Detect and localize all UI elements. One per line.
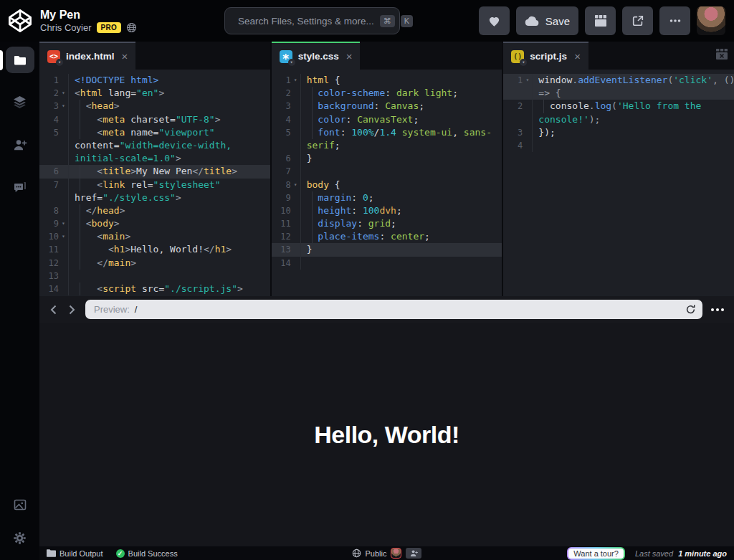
code-row[interactable]: 6 <title>My New Pen</title> (39, 165, 270, 178)
code-row[interactable]: initial-scale=1.0"> (39, 152, 270, 165)
layout-icon (594, 14, 607, 27)
preview-back-button[interactable] (45, 301, 61, 318)
line-number: 13 (272, 243, 291, 256)
code-row[interactable]: 1▾html { (272, 74, 502, 87)
code-row[interactable]: 4 (503, 139, 734, 152)
preview-options-button[interactable] (708, 308, 727, 311)
code-row[interactable]: 6} (272, 152, 502, 165)
code-row[interactable]: 2▾<html lang="en"> (39, 87, 270, 100)
code-token: font (318, 127, 340, 138)
visibility-label[interactable]: Public (366, 549, 387, 558)
code-row[interactable]: 14 (272, 257, 502, 270)
code-area-css[interactable]: 1▾html {2 color-scheme: dark light;3 bac… (272, 70, 502, 296)
code-row[interactable]: 12 </main> (39, 257, 270, 270)
code-row[interactable]: 10▾ <main> (39, 230, 270, 243)
like-button[interactable] (479, 6, 510, 35)
code-token (75, 244, 108, 255)
fold-arrow-icon[interactable]: ▾ (59, 87, 68, 100)
code-row[interactable]: 5 <meta name="viewport" (39, 126, 270, 139)
sidebar-item-add-collaborator[interactable] (6, 131, 34, 158)
code-row[interactable]: 4 <meta charset="UTF-8"> (39, 113, 270, 126)
close-tab-icon[interactable]: × (574, 50, 581, 62)
tour-button[interactable]: Want a tour? (567, 547, 625, 560)
line-number: 2 (503, 100, 523, 113)
preview-forward-button[interactable] (64, 301, 80, 318)
code-row[interactable]: 8 </head> (39, 204, 270, 217)
code-row[interactable]: 8▾body { (272, 179, 502, 191)
codepen-logo-icon[interactable] (9, 9, 32, 32)
code-row[interactable]: 9▾ <body> (39, 217, 270, 230)
code-row[interactable]: 10 height: 100dvh; (272, 204, 502, 217)
code-row[interactable]: 11 <h1>Hello, World!</h1> (39, 243, 270, 256)
code-area-html[interactable]: 1<!DOCTYPE html>2▾<html lang="en">3▾ <he… (39, 70, 270, 296)
code-row[interactable]: 2 console.log('Hello from the (503, 100, 734, 113)
close-tab-icon[interactable]: × (346, 50, 353, 62)
presence-button[interactable] (406, 548, 421, 559)
code-row[interactable]: console!'); (503, 113, 734, 126)
collaborator-avatar[interactable] (391, 548, 401, 559)
close-panels-icon[interactable] (716, 49, 728, 62)
sidebar-item-files[interactable] (6, 47, 34, 73)
code-row[interactable]: 1▾window.addEventListener('click', () (503, 74, 734, 87)
code-token: href= (75, 192, 103, 203)
code-row[interactable]: => { (503, 87, 734, 100)
fold-arrow-icon[interactable]: ▾ (523, 74, 532, 87)
code-area-js[interactable]: 1▾window.addEventListener('click', ()=> … (503, 70, 734, 296)
tab-script-js[interactable]: ()▾ script.js × (503, 42, 588, 70)
code-row[interactable]: serif; (272, 139, 502, 152)
pen-author[interactable]: Chris Coyier (40, 22, 92, 33)
code-row[interactable]: 14 <script src="./script.js"> (39, 283, 270, 295)
code-token: > (114, 218, 120, 229)
line-number: 6 (272, 152, 291, 165)
code-token: > (130, 257, 136, 268)
build-output-button[interactable]: Build Output (47, 549, 103, 558)
code-token: . (572, 75, 578, 85)
sidebar-item-assets[interactable] (6, 491, 34, 518)
code-row[interactable]: 12 place-items: center; (272, 230, 502, 243)
line-number: 8 (39, 204, 59, 217)
js-file-icon: ()▾ (511, 50, 524, 63)
code-row[interactable]: 11 display: grid; (272, 217, 502, 230)
code-row[interactable]: href="./style.css"> (39, 191, 270, 204)
code-row[interactable]: 13 (39, 270, 270, 283)
close-tab-icon[interactable]: × (122, 50, 128, 62)
code-row[interactable]: 3 background: Canvas; (272, 100, 502, 113)
code-token: > (158, 87, 164, 98)
build-status[interactable]: ✓ Build Success (116, 549, 178, 558)
fold-arrow-icon[interactable]: ▾ (291, 179, 300, 191)
code-row[interactable]: 4 color: CanvasText; (272, 113, 502, 126)
search-input[interactable]: Search Files, Settings & more... ⌘ K (224, 7, 400, 34)
code-token (307, 87, 318, 98)
sidebar-item-layers[interactable] (6, 89, 34, 115)
code-row[interactable]: 7 (272, 165, 502, 178)
fold-spacer (523, 113, 532, 126)
code-row[interactable]: 9 margin: 0; (272, 191, 502, 204)
code-row[interactable]: 3}); (503, 126, 734, 139)
fold-arrow-icon[interactable]: ▾ (59, 217, 68, 230)
share-button[interactable] (622, 6, 653, 35)
fold-arrow-icon[interactable]: ▾ (291, 74, 300, 87)
code-text: background: Canvas; (300, 100, 502, 113)
code-row[interactable]: 2 color-scheme: dark light; (272, 87, 502, 100)
save-button[interactable]: Save (516, 6, 578, 35)
user-avatar[interactable] (697, 6, 725, 35)
fold-arrow-icon[interactable]: ▾ (59, 230, 68, 243)
code-row[interactable]: content="width=device-width, (39, 139, 270, 152)
tab-index-html[interactable]: <>▾ index.html × (39, 42, 135, 70)
code-row[interactable]: 13} (272, 243, 502, 256)
refresh-button[interactable] (685, 304, 696, 315)
fold-arrow-icon[interactable]: ▾ (59, 100, 68, 113)
code-row[interactable]: 5 font: 100%/1.4 system-ui, sans- (272, 126, 502, 139)
code-row[interactable]: 1<!DOCTYPE html> (39, 74, 270, 87)
code-row[interactable]: 7 <link rel="stylesheet" (39, 179, 270, 191)
code-token: < (75, 87, 80, 98)
line-number: 5 (39, 126, 59, 139)
code-row[interactable]: 3▾ <head> (39, 100, 270, 113)
more-options-button[interactable] (659, 6, 690, 35)
sidebar-item-settings[interactable] (6, 525, 34, 551)
layout-button[interactable] (585, 6, 616, 35)
preview-address-bar[interactable]: Preview: / (85, 300, 702, 319)
tab-style-css[interactable]: *▾ style.css × (272, 42, 361, 70)
code-token: console!' (538, 114, 588, 125)
sidebar-item-comments[interactable] (6, 174, 34, 200)
